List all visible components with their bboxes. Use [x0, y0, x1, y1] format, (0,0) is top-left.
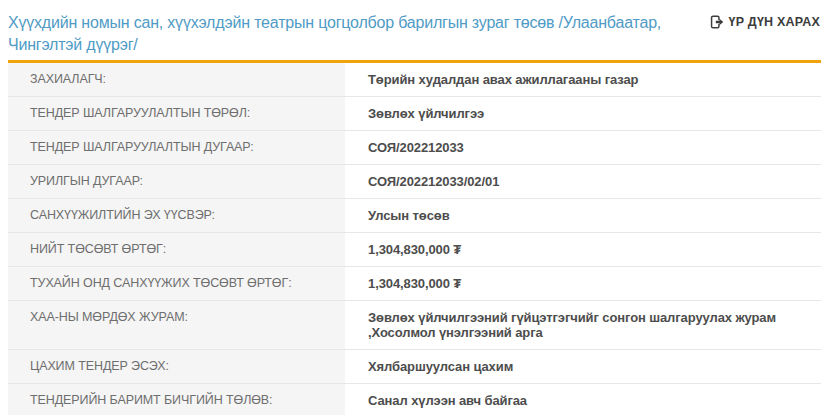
table-row: ЗАХИАЛАГЧ: Төрийн худалдан авах ажиллага…: [8, 63, 821, 97]
row-label: ТЕНДЕР ШАЛГАРУУЛАЛТЫН ТӨРӨЛ:: [8, 97, 345, 130]
table-row: ТЕНДЕР ШАЛГАРУУЛАЛТЫН ДУГААР: СОЯ/202212…: [8, 131, 821, 165]
table-row: САНХҮҮЖИЛТИЙН ЭХ ҮҮСВЭР: Улсын төсөв: [8, 199, 821, 233]
page-header: Хүүхдийн номын сан, хүүхэлдэйн театрын ц…: [0, 0, 829, 60]
tender-details-table: ЗАХИАЛАГЧ: Төрийн худалдан авах ажиллага…: [8, 60, 821, 415]
row-label: ТЕНДЕРИЙН БАРИМТ БИЧГИЙН ТӨЛӨВ:: [8, 384, 345, 415]
row-value: Санал хүлээн авч байгаа: [345, 384, 821, 415]
row-value: 1,304,830,000 ₮: [345, 233, 821, 266]
row-label: ЦАХИМ ТЕНДЕР ЭСЭХ:: [8, 350, 345, 383]
row-value: СОЯ/202212033: [345, 131, 821, 164]
table-row: ТЕНДЕРИЙН БАРИМТ БИЧГИЙН ТӨЛӨВ: Санал хү…: [8, 384, 821, 415]
row-label: САНХҮҮЖИЛТИЙН ЭХ ҮҮСВЭР:: [8, 199, 345, 232]
row-label: УРИЛГЫН ДУГААР:: [8, 165, 345, 198]
row-value: Зөвлөх үйлчилгээний гүйцэтгэгчийг сонгон…: [345, 301, 821, 349]
page-title: Хүүхдийн номын сан, хүүхэлдэйн театрын ц…: [8, 12, 723, 56]
table-row: ЦАХИМ ТЕНДЕР ЭСЭХ: Хялбаршуулсан цахим: [8, 350, 821, 384]
row-value: Зөвлөх үйлчилгээ: [345, 97, 821, 130]
row-label: НИЙТ ТӨСӨВТ ӨРТӨГ:: [8, 233, 345, 266]
row-label: ТЕНДЕР ШАЛГАРУУЛАЛТЫН ДУГААР:: [8, 131, 345, 164]
row-label: ХАА-НЫ МӨРДӨХ ЖУРАМ:: [8, 301, 345, 349]
view-results-link[interactable]: ҮР ДҮН ХАРАХ: [710, 15, 821, 29]
row-value: Хялбаршуулсан цахим: [345, 350, 821, 383]
table-row: НИЙТ ТӨСӨВТ ӨРТӨГ: 1,304,830,000 ₮: [8, 233, 821, 267]
row-value: Улсын төсөв: [345, 199, 821, 232]
table-row: ТУХАЙН ОНД САНХҮҮЖИХ ТӨСӨВТ ӨРТӨГ: 1,304…: [8, 267, 821, 301]
tender-detail-page: Хүүхдийн номын сан, хүүхэлдэйн театрын ц…: [0, 0, 829, 415]
row-value: Төрийн худалдан авах ажиллагааны газар: [345, 63, 821, 96]
view-results-label: ҮР ДҮН ХАРАХ: [729, 15, 821, 29]
sign-out-icon: [710, 15, 724, 29]
table-row: УРИЛГЫН ДУГААР: СОЯ/202212033/02/01: [8, 165, 821, 199]
row-value: СОЯ/202212033/02/01: [345, 165, 821, 198]
row-label: ЗАХИАЛАГЧ:: [8, 63, 345, 96]
table-row: ТЕНДЕР ШАЛГАРУУЛАЛТЫН ТӨРӨЛ: Зөвлөх үйлч…: [8, 97, 821, 131]
table-row: ХАА-НЫ МӨРДӨХ ЖУРАМ: Зөвлөх үйлчилгээний…: [8, 301, 821, 350]
row-value: 1,304,830,000 ₮: [345, 267, 821, 300]
row-label: ТУХАЙН ОНД САНХҮҮЖИХ ТӨСӨВТ ӨРТӨГ:: [8, 267, 345, 300]
